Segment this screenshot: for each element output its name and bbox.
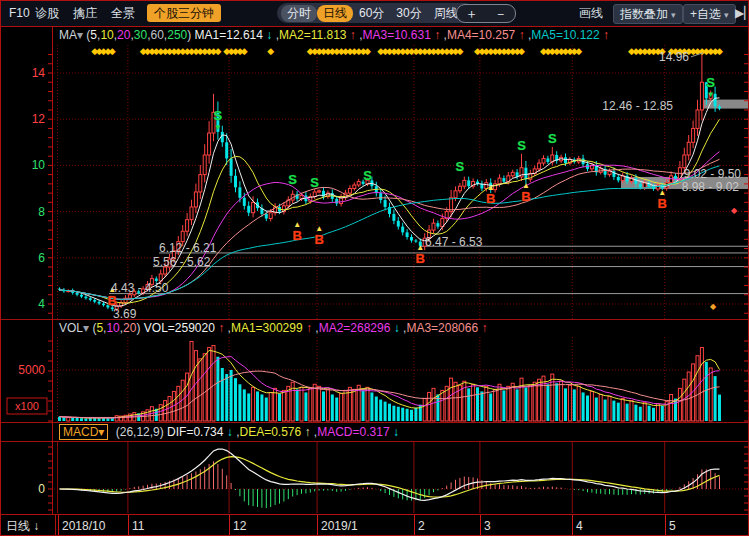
svg-text:◆: ◆ — [456, 46, 463, 56]
svg-text:8: 8 — [38, 205, 45, 219]
zoom-out-button[interactable]: － — [486, 6, 515, 21]
macd-values-text[interactable]: (26,12,9) DIF=0.734 ↓ ,DEA=0.576 ↑ ,MACD… — [112, 425, 399, 439]
volume-bars — [58, 341, 721, 421]
svg-text:8.98 - 9.02: 8.98 - 9.02 — [682, 180, 740, 194]
svg-text:B: B — [658, 196, 667, 211]
svg-text:▼: ▼ — [214, 123, 222, 132]
svg-text:◆: ◆ — [731, 206, 738, 215]
svg-text:3.69: 3.69 — [113, 307, 137, 319]
svg-text:◆: ◆ — [109, 46, 116, 56]
tab-30min[interactable]: 30分 — [390, 5, 427, 22]
svg-text:5.56 - 5.62: 5.56 - 5.62 — [153, 255, 211, 269]
month-tick — [128, 515, 129, 536]
svg-text:◆: ◆ — [214, 46, 221, 56]
svg-text:0: 0 — [38, 482, 45, 496]
month-tick — [414, 515, 415, 536]
month-label: 2018/10 — [62, 515, 105, 536]
svg-text:S: S — [517, 138, 526, 153]
vol-values-text[interactable]: VOL▾ (5,10,20) VOL=259020 ↑ ,MA1=300299 … — [59, 321, 487, 335]
month-tick — [229, 515, 230, 536]
svg-text:S: S — [548, 131, 557, 146]
month-tick — [572, 515, 573, 536]
svg-text:B: B — [416, 251, 425, 266]
stock-3min-button[interactable]: 个股三分钟 — [147, 4, 221, 22]
month-label: 12 — [233, 515, 246, 536]
price-axis-line — [52, 27, 53, 514]
svg-text:▼: ▼ — [707, 90, 715, 99]
macd-chart[interactable]: 0 — [1, 442, 749, 513]
svg-text:10: 10 — [32, 158, 46, 172]
month-label: 3 — [484, 515, 491, 536]
signal-diamonds: ◆◆◆◆◆◆◆◆◆◆◆◆◆◆◆◆◆◆◆◆◆◆◆◆◆◆◆◆◆◆◆◆◆◆◆◆◆◆◆◆… — [91, 46, 723, 56]
svg-text:6.47 - 6.53: 6.47 - 6.53 — [425, 235, 483, 249]
collapse-panel-icon[interactable]: ▶▏ — [735, 4, 749, 22]
macd-indicator-header: MACD▾ (26,12,9) DIF=0.734 ↓ ,DEA=0.576 ↑… — [1, 424, 749, 441]
svg-text:B: B — [314, 232, 323, 247]
svg-text:x100: x100 — [15, 400, 39, 412]
macd-pane[interactable]: 0 — [1, 442, 749, 513]
volume-chart[interactable]: 5000x100 — [1, 337, 749, 422]
tab-daily[interactable]: 日线 — [317, 5, 353, 22]
svg-text:◆: ◆ — [518, 46, 525, 56]
vol-indicator-header: VOL▾ (5,10,20) VOL=259020 ↑ ,MA1=300299 … — [1, 320, 749, 337]
svg-text:14.96: 14.96 — [659, 50, 689, 64]
month-tick — [480, 515, 481, 536]
month-label: 2019/1 — [321, 515, 358, 536]
draw-line-button[interactable]: 画线 — [579, 4, 603, 22]
month-label: 2 — [418, 515, 425, 536]
zoom-group: ＋ － — [456, 4, 516, 23]
svg-text:6.12 - 6.21: 6.12 - 6.21 — [159, 241, 217, 255]
ma-indicator-header: MA▾ (5,10,20,30,60,250) MA1=12.614 ↓ ,MA… — [1, 27, 749, 45]
chevron-down-icon: ▾ — [671, 10, 676, 20]
month-tick — [58, 515, 59, 536]
period-cell[interactable]: 日线 ↓ — [1, 515, 56, 536]
svg-text:◆: ◆ — [716, 46, 723, 56]
svg-text:S: S — [363, 168, 372, 183]
arrow-down-icon: ↓ — [33, 519, 39, 533]
svg-text:◆: ◆ — [267, 46, 274, 56]
svg-text:4: 4 — [38, 297, 45, 311]
candlestick-chart[interactable]: 141210864◆◆◆◆◆◆◆◆◆◆◆◆◆◆◆◆◆◆◆◆◆◆◆◆◆◆◆◆◆◆◆… — [1, 45, 749, 319]
zoom-in-button[interactable]: ＋ — [457, 6, 486, 21]
svg-text:◆: ◆ — [710, 302, 717, 311]
top-toolbar: F10 诊股 擒庄 全景 个股三分钟 分时 日线 60分 30分 周线▾ ＋ －… — [1, 1, 749, 27]
svg-text:B: B — [521, 189, 530, 204]
svg-text:◆: ◆ — [364, 46, 371, 56]
svg-text:14: 14 — [32, 66, 46, 80]
chevron-down-icon: ▾ — [724, 10, 729, 20]
macd-selector-button[interactable]: MACD▾ — [59, 424, 108, 440]
svg-text:B: B — [292, 228, 301, 243]
svg-text:S: S — [706, 75, 715, 90]
svg-text:S: S — [456, 159, 465, 174]
tab-60min[interactable]: 60分 — [353, 5, 390, 22]
svg-text:◆: ◆ — [241, 46, 248, 56]
svg-text:◆: ◆ — [575, 46, 582, 56]
svg-text:S: S — [214, 108, 223, 123]
timeframe-group: 分时 日线 60分 30分 周线▾ — [277, 3, 475, 23]
svg-text:S: S — [288, 172, 297, 187]
f10-button[interactable]: F10 — [9, 4, 30, 22]
tab-minute[interactable]: 分时 — [281, 5, 317, 22]
banker-button[interactable]: 擒庄 — [73, 4, 97, 22]
stock-chart-window: F10 诊股 擒庄 全景 个股三分钟 分时 日线 60分 30分 周线▾ ＋ －… — [0, 0, 749, 536]
month-tick — [317, 515, 318, 536]
volume-pane[interactable]: 5000x100 — [1, 337, 749, 422]
month-label: 5 — [669, 515, 676, 536]
svg-text:6: 6 — [38, 251, 45, 265]
diagnose-button[interactable]: 诊股 — [35, 4, 59, 22]
svg-text:12: 12 — [32, 112, 46, 126]
svg-text:B: B — [486, 191, 495, 206]
svg-text:S: S — [310, 175, 319, 190]
month-tick — [665, 515, 666, 536]
ma-values-text[interactable]: MA▾ (5,10,20,30,60,250) MA1=12.614 ↓ ,MA… — [59, 28, 609, 42]
month-label: 11 — [132, 515, 144, 536]
index-overlay-button[interactable]: 指数叠加▾ — [613, 4, 683, 24]
svg-text:5000: 5000 — [18, 363, 45, 377]
svg-text:4.43 - 4.50: 4.43 - 4.50 — [111, 281, 169, 295]
month-label: 4 — [576, 515, 583, 536]
svg-text:12.46 - 12.85: 12.46 - 12.85 — [602, 99, 673, 113]
panorama-button[interactable]: 全景 — [111, 4, 135, 22]
main-chart-pane[interactable]: 141210864◆◆◆◆◆◆◆◆◆◆◆◆◆◆◆◆◆◆◆◆◆◆◆◆◆◆◆◆◆◆◆… — [1, 45, 749, 319]
add-favorite-button[interactable]: +自选▾ — [683, 4, 736, 24]
time-axis: 日线 ↓ 2018/1011122019/12345 — [1, 514, 749, 536]
